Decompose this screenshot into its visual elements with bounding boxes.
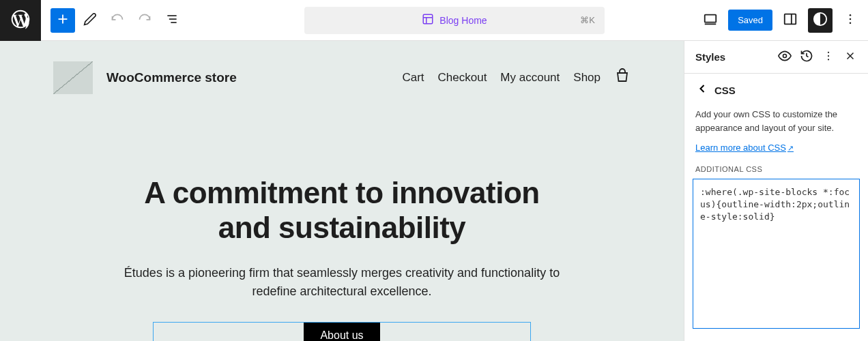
learn-more-link[interactable]: Learn more about CSS↗ [684,136,868,165]
site-header: WooCommerce store Cart Checkout My accou… [0,55,684,101]
top-toolbar: Blog Home ⌘K Saved [0,0,868,41]
svg-point-18 [828,55,829,56]
wordpress-icon [10,8,31,33]
nav-link-shop[interactable]: Shop [573,71,601,85]
site-logo-placeholder[interactable] [53,61,93,94]
document-overview-button[interactable] [160,8,184,33]
site-title[interactable]: WooCommerce store [106,70,237,85]
layout-icon [422,13,434,28]
more-vertical-icon [822,50,835,65]
hero-desc-line2: redefine architectural excellence. [252,284,431,298]
save-button[interactable]: Saved [728,10,772,31]
pencil-icon [83,12,97,29]
back-button[interactable] [695,82,709,98]
svg-point-16 [783,54,787,57]
hero-title-line1: A commitment to innovation [144,176,539,209]
hero-section: A commitment to innovation and sustainab… [0,101,684,341]
hero-title-line2: and sustainability [218,211,466,244]
wordpress-logo-button[interactable] [0,0,41,41]
nav-link-account[interactable]: My account [500,71,560,85]
document-name: Blog Home [439,15,487,26]
css-description: Add your own CSS to customize the appear… [684,106,868,136]
redo-button[interactable] [132,8,157,33]
revisions-button[interactable] [796,46,818,68]
svg-rect-5 [424,14,433,24]
contrast-icon [813,12,828,29]
redo-icon [138,12,151,29]
list-view-icon [165,12,179,29]
nav-link-cart[interactable]: Cart [402,71,424,85]
site-navigation: Cart Checkout My account Shop [402,68,631,87]
toolbar-left-group [41,8,184,33]
hero-desc-line1: Études is a pioneering firm that seamles… [124,266,560,280]
close-sidebar-button[interactable] [839,46,861,68]
svg-point-14 [850,18,852,20]
additional-css-label: ADDITIONAL CSS [684,165,868,173]
svg-point-19 [828,59,829,60]
css-panel-title: CSS [714,85,736,96]
svg-rect-8 [705,14,717,22]
site-header-left: WooCommerce store [53,61,237,94]
more-vertical-icon [843,12,857,29]
editor-canvas[interactable]: WooCommerce store Cart Checkout My accou… [0,41,684,341]
svg-point-17 [828,51,829,53]
hero-title[interactable]: A commitment to innovation and sustainab… [0,176,684,245]
main-area: WooCommerce store Cart Checkout My accou… [0,41,868,341]
styles-sidebar-toggle[interactable] [808,8,833,33]
sidebar-icon [783,12,798,29]
eye-icon [778,49,792,65]
undo-icon [111,12,124,29]
sidebar-header: Styles [684,41,868,74]
svg-rect-10 [785,14,796,24]
additional-css-textarea[interactable]: :where(.wp-site-blocks *:focus){outline-… [693,179,860,329]
add-block-button[interactable] [50,8,75,33]
external-link-icon: ↗ [787,144,794,152]
options-button[interactable] [838,8,863,33]
styles-more-button[interactable] [818,46,839,68]
nav-link-checkout[interactable]: Checkout [438,71,487,85]
toolbar-right-group: Saved [698,8,863,33]
close-icon [844,50,856,65]
cta-block-selected[interactable]: About us [154,323,530,341]
document-selector[interactable]: Blog Home ⌘K [304,7,605,34]
plus-icon [55,12,70,29]
keyboard-shortcut: ⌘K [580,15,595,25]
styles-sidebar: Styles [684,41,868,341]
chevron-left-icon [695,86,709,98]
css-panel-nav: CSS [684,74,868,106]
view-button[interactable] [698,8,723,33]
sidebar-title: Styles [695,51,725,63]
tools-button[interactable] [78,8,102,33]
cta-button[interactable]: About us [304,323,379,341]
cart-icon[interactable] [614,68,631,87]
undo-button[interactable] [105,8,130,33]
history-icon [800,49,813,65]
hero-description[interactable]: Études is a pioneering firm that seamles… [0,264,684,301]
sidebar-header-actions [774,46,861,68]
svg-point-13 [850,14,852,16]
svg-point-15 [850,22,852,24]
desktop-icon [703,12,718,29]
settings-sidebar-toggle[interactable] [778,8,802,33]
learn-more-text: Learn more about CSS [695,143,786,153]
style-book-button[interactable] [774,46,796,68]
